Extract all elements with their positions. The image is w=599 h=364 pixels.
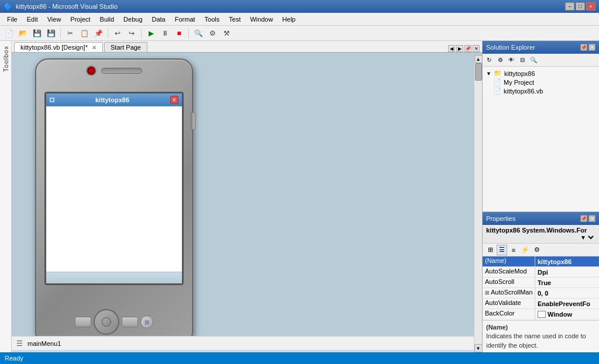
menu-build[interactable]: Build	[95, 15, 119, 24]
restore-button[interactable]: □	[576, 2, 585, 11]
phone-form-close-btn[interactable]: ✕	[170, 96, 178, 104]
phone-dpad[interactable]	[94, 309, 119, 335]
scroll-thumb[interactable]	[475, 63, 482, 81]
phone-form: kittytopx86 ✕	[46, 93, 182, 283]
scroll-track[interactable]	[474, 63, 483, 344]
pause-btn[interactable]: ⏸	[159, 27, 171, 40]
phone-side-button[interactable]	[191, 112, 195, 130]
sol-props-btn[interactable]: ⚙	[495, 55, 505, 65]
open-btn[interactable]: 📂	[16, 27, 29, 40]
menu-debug[interactable]: Debug	[119, 15, 147, 24]
props-categorized-btn[interactable]: ⊞	[485, 245, 495, 255]
save-btn[interactable]: 💾	[30, 27, 43, 40]
properties-subject: kittytopx86 System.Windows.For ▼	[483, 225, 599, 244]
props-row-autovalidate[interactable]: AutoValidate EnablePreventFo	[483, 299, 599, 309]
tab-start[interactable]: Start Page	[104, 42, 147, 52]
menu-bar: File Edit View Project Build Debug Data …	[0, 13, 599, 26]
props-propertypages-btn[interactable]: ⚙	[532, 245, 542, 255]
toolbar-sep4	[188, 28, 189, 39]
props-row-autoscrollman[interactable]: ⊞AutoScrollMan 0, 0	[483, 288, 599, 299]
title-bar-controls[interactable]: − □ ×	[565, 2, 595, 11]
solution-explorer-header: Solution Explorer 📌 ✕	[483, 41, 599, 54]
props-row-backcolor[interactable]: BackColor Window	[483, 309, 599, 320]
sol-item-project[interactable]: ▼ 📁 kittytopx86	[485, 69, 597, 78]
props-events-btn[interactable]: ⚡	[520, 245, 531, 255]
sol-refresh-btn[interactable]: ↻	[484, 55, 494, 65]
sol-item-vbfile[interactable]: 📄 kittytopx86.vb	[485, 86, 597, 95]
props-properties-btn[interactable]: ≡	[508, 245, 519, 255]
toolbar-sep3	[141, 28, 142, 39]
tab-close-all[interactable]: ✕	[473, 45, 480, 52]
window-title: kittytopx86 - Microsoft Visual Studio	[16, 3, 118, 10]
new-project-btn[interactable]: 📄	[2, 27, 15, 40]
tab-design-close[interactable]: ✕	[92, 44, 97, 51]
sol-search-btn[interactable]: 🔍	[528, 55, 539, 65]
form-resize-handle[interactable]	[50, 98, 54, 102]
close-button[interactable]: ×	[586, 2, 595, 11]
properties-subject-select[interactable]: ▼	[578, 234, 595, 241]
properties-description: (Name) Indicates the name used in code t…	[483, 320, 599, 352]
props-name-autoscalemode: AutoScaleMod	[483, 267, 535, 277]
menu-data[interactable]: Data	[147, 15, 170, 24]
sol-item-myproject[interactable]: 📄 My Project	[485, 78, 597, 86]
menu-edit[interactable]: Edit	[22, 15, 43, 24]
sol-close-btn[interactable]: ✕	[588, 44, 595, 51]
copy-btn[interactable]: 📋	[78, 27, 91, 40]
tool7[interactable]: ⚒	[220, 27, 233, 40]
stop-btn[interactable]: ■	[173, 27, 185, 40]
tab-scroll-right[interactable]: ▶	[456, 45, 463, 52]
menu-help[interactable]: Help	[278, 15, 301, 24]
props-close-btn[interactable]: ✕	[588, 215, 595, 222]
sol-show-all-btn[interactable]: 👁	[506, 55, 517, 65]
minimize-button[interactable]: −	[565, 2, 574, 11]
props-alphabetical-btn[interactable]: ☰	[497, 245, 507, 255]
props-pin-btn[interactable]: 📌	[580, 215, 587, 222]
designer-scrollbar-vert[interactable]: ▲ ▼	[474, 55, 482, 352]
properties-title: Properties	[486, 215, 515, 222]
save-all-btn[interactable]: 💾	[44, 27, 57, 40]
tool5[interactable]: 🔍	[192, 27, 205, 40]
solution-explorer-controls[interactable]: 📌 ✕	[580, 44, 595, 51]
menu-window[interactable]: Window	[245, 15, 277, 24]
scroll-down-btn[interactable]: ▼	[474, 344, 483, 352]
toolbox-label[interactable]: Toolbox	[2, 46, 9, 72]
properties-panel: Properties 📌 ✕ kittytopx86 System.Window…	[483, 212, 599, 352]
main-menu-label: mainMenu1	[27, 340, 61, 347]
tool6[interactable]: ⚙	[206, 27, 219, 40]
menu-project[interactable]: Project	[66, 15, 95, 24]
menu-file[interactable]: File	[2, 15, 22, 24]
props-value-autoscrollman: 0, 0	[535, 288, 599, 298]
tab-pin[interactable]: 📌	[464, 45, 471, 52]
phone-dpad-center[interactable]	[102, 317, 111, 327]
tab-design[interactable]: kittytopx86.vb [Design]* ✕	[14, 42, 103, 52]
paste-btn[interactable]: 📌	[92, 27, 105, 40]
phone-windows-button[interactable]: ⊞	[140, 316, 153, 328]
props-row-name[interactable]: (Name) kittytopx86	[483, 256, 599, 267]
sol-filter-btn[interactable]: ⊟	[517, 55, 528, 65]
phone-right-softkey[interactable]	[122, 317, 138, 327]
sol-item-expand-icon: ▼	[486, 71, 491, 77]
menu-format[interactable]: Format	[170, 15, 200, 24]
app-icon: 🔷	[4, 2, 12, 11]
props-name-autoscroll: AutoScroll	[483, 278, 535, 287]
props-row-autoscalemode[interactable]: AutoScaleMod Dpi	[483, 267, 599, 278]
run-btn[interactable]: ▶	[144, 27, 157, 40]
tab-scroll-left[interactable]: ◀	[448, 45, 455, 52]
properties-controls[interactable]: 📌 ✕	[580, 215, 595, 222]
phone-left-softkey[interactable]	[75, 317, 91, 327]
undo-btn[interactable]: ↩	[111, 27, 124, 40]
phone-form-body[interactable]	[46, 106, 182, 272]
menu-tools[interactable]: Tools	[200, 15, 225, 24]
phone-screen: kittytopx86 ✕	[44, 92, 184, 285]
properties-subject-text: kittytopx86 System.Windows.For	[486, 227, 587, 234]
props-value-autoscalemode: Dpi	[535, 267, 599, 277]
sol-pin-btn[interactable]: 📌	[580, 44, 587, 51]
scroll-up-btn[interactable]: ▲	[474, 55, 483, 63]
toolbox-sidebar[interactable]: Toolbox	[0, 41, 12, 352]
props-row-autoscroll[interactable]: AutoScroll True	[483, 278, 599, 288]
redo-btn[interactable]: ↪	[125, 27, 138, 40]
cut-btn[interactable]: ✂	[64, 27, 77, 40]
menu-test[interactable]: Test	[224, 15, 245, 24]
props-name-name: (Name)	[483, 256, 535, 266]
menu-view[interactable]: View	[43, 15, 66, 24]
